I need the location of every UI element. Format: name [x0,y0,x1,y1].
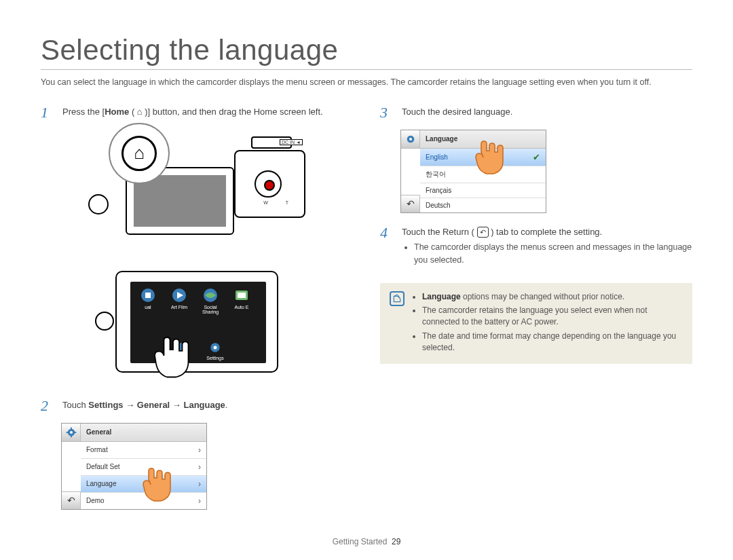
zoom-label: W T [263,200,297,205]
return-tab[interactable]: ↶ [401,195,420,212]
camcorder-illustration: DC IN ◄ W T ⌂ [88,130,305,259]
svg-point-9 [213,346,217,349]
chevron-right-icon: › [198,462,201,472]
app-label: Social Sharing [195,305,225,314]
gear-icon [208,341,222,354]
home-icon: ⌂ [134,143,145,164]
step-4-text: Touch the Return ( ↶ ) tab to complete t… [402,225,692,268]
settings-row-language[interactable]: Language› [81,476,206,493]
footer-section: Getting Started [333,537,388,546]
gear-tab-icon[interactable] [401,130,420,148]
svg-rect-1 [145,293,151,298]
note-item-1: Language options may be changed without … [422,291,683,303]
svg-point-11 [70,431,73,434]
settings-row-default-set[interactable]: Default Set› [81,459,206,476]
language-row-korean[interactable]: 한국어 [420,166,546,183]
step-4-bullet: The camcorder displays the menus screen … [414,241,692,267]
step-2-text: Touch Settings → General → Language. [62,398,227,413]
intro-text: You can select the language in which the… [41,77,692,89]
language-row-francais[interactable]: Français [420,183,546,198]
check-icon: ✔ [533,152,540,162]
step-3-number: 3 [380,105,392,120]
app-label: Art Film [164,305,194,310]
return-tab[interactable]: ↶ [62,491,81,509]
app-icon [140,287,156,303]
app-label: Settings [206,356,223,360]
page-footer: Getting Started 29 [0,537,733,546]
language-panel-title: Language [420,131,546,147]
return-icon: ↶ [67,495,75,506]
note-icon [390,291,405,306]
settings-row-demo[interactable]: Demo› [81,493,206,509]
step-4-number: 4 [380,225,392,268]
step-3-text: Touch the desired language. [402,105,512,120]
return-icon-inline: ↶ [477,227,489,238]
step-1-text: Press the [Home ( ⌂ )] button, and then … [62,105,323,120]
note-item-3: The date and time format may change depe… [422,331,683,354]
app-icon [171,287,187,303]
language-row-english[interactable]: English✔ [420,149,546,166]
step-1-number: 1 [41,105,53,120]
return-icon: ↶ [407,198,415,209]
language-panel: Language English✔ 한국어 Français Deutsch ↶ [400,130,546,213]
settings-panel: General Format› Default Set› Language› D… [61,423,207,510]
home-button-callout: ⌂ [109,123,170,184]
step-2-number: 2 [41,398,53,413]
svg-point-17 [409,138,412,141]
app-label: Auto E [227,305,257,310]
chevron-right-icon: › [198,445,201,455]
app-icon [233,287,250,303]
gear-tab-icon[interactable] [62,424,81,441]
page-number: 29 [392,537,400,546]
note-box: Language options may be changed without … [380,283,692,365]
hand-icon [143,325,204,386]
note-item-2: The camcorder retains the language you s… [422,305,683,328]
language-row-deutsch[interactable]: Deutsch [420,198,546,212]
app-label: ual [133,305,163,310]
settings-row-format[interactable]: Format› [81,442,206,459]
page-title: Selecting the language [41,34,692,70]
settings-panel-title: General [81,424,206,440]
dcin-label: DC IN ◄ [280,139,303,145]
chevron-right-icon: › [198,496,201,506]
touchscreen-illustration: ual Art Film Social Sharing [95,264,299,386]
chevron-right-icon: › [198,479,201,489]
app-icon [202,287,219,303]
svg-rect-6 [238,293,246,298]
